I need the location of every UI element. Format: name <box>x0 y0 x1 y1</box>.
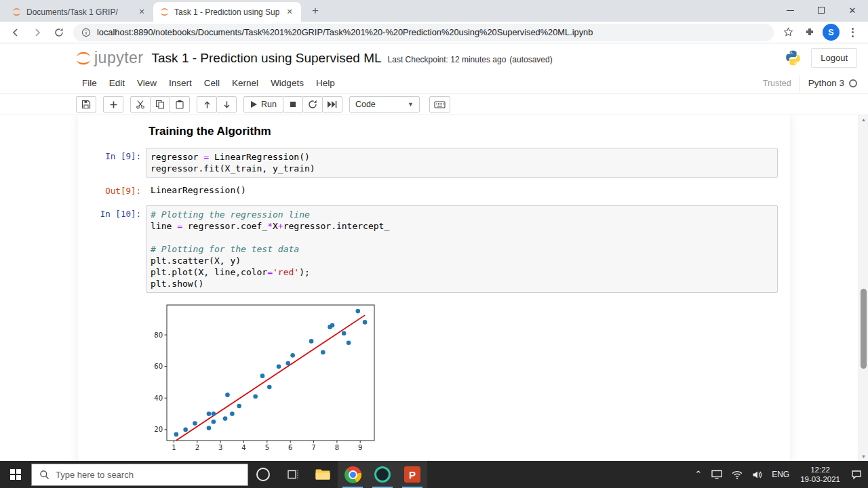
tab-close-icon[interactable]: ✕ <box>136 7 147 18</box>
volume-tray-icon[interactable] <box>747 461 767 488</box>
wifi-tray-icon[interactable] <box>727 461 747 488</box>
jupyter-header: jupyter Task 1 - Prediction using Superv… <box>0 43 868 73</box>
info-icon[interactable] <box>81 28 91 37</box>
extension-icon[interactable] <box>801 24 818 41</box>
cortana-button[interactable] <box>248 461 278 488</box>
clock-date: 19-03-2021 <box>800 474 840 484</box>
jupyter-menubar: FileEditViewInsertCellKernelWidgetsHelp … <box>0 73 868 94</box>
chrome-taskbar-button[interactable] <box>338 461 368 488</box>
cell-type-value: Code <box>355 100 376 109</box>
menu-cell[interactable]: Cell <box>198 74 226 92</box>
new-tab-button[interactable]: + <box>307 2 324 20</box>
reload-icon[interactable] <box>50 24 68 41</box>
powerpoint-button[interactable]: P <box>397 461 427 488</box>
profile-avatar[interactable]: S <box>823 24 840 41</box>
code-editor[interactable]: regressor = LinearRegression()regressor.… <box>146 148 778 178</box>
screen-recorder-button[interactable] <box>368 461 397 488</box>
menu-help[interactable]: Help <box>310 74 341 92</box>
chrome-icon <box>344 466 361 483</box>
code-line: # Plotting the regression line <box>151 209 773 220</box>
plot-output-area: 12345678920406080 <box>78 301 790 460</box>
scatter-plot: 12345678920406080 <box>149 301 379 457</box>
scrollbar-thumb[interactable] <box>861 289 867 369</box>
file-explorer-button[interactable] <box>308 461 338 488</box>
code-editor[interactable]: # Plotting the regression lineline = reg… <box>146 205 778 293</box>
hidden-icons-chevron[interactable]: ⌃ <box>690 460 707 487</box>
menu-kernel[interactable]: Kernel <box>226 74 264 92</box>
markdown-heading: Training the Algorithm <box>149 125 778 138</box>
scrollbar-up-icon[interactable]: ▲ <box>859 115 868 124</box>
menu-view[interactable]: View <box>131 74 163 92</box>
chevron-down-icon: ▼ <box>408 101 414 108</box>
command-palette-button[interactable] <box>429 96 450 113</box>
cut-cell-button[interactable] <box>130 96 151 113</box>
run-label: Run <box>261 100 277 109</box>
forward-icon[interactable] <box>28 24 46 41</box>
scrollbar-down-icon[interactable]: ▼ <box>859 452 868 461</box>
window-controls: ✕ <box>774 0 868 22</box>
tab-notebook[interactable]: Task 1 - Prediction using Superv ✕ <box>153 2 301 22</box>
svg-text:2: 2 <box>195 444 199 451</box>
code-line: plt.scatter(X, y) <box>151 255 773 266</box>
output-text: LinearRegression() <box>146 182 778 195</box>
menu-widgets[interactable]: Widgets <box>264 74 310 92</box>
back-icon[interactable] <box>7 24 24 41</box>
python-logo-icon <box>785 49 802 66</box>
tab-close-icon[interactable]: ✕ <box>284 7 295 18</box>
restart-kernel-button[interactable] <box>302 96 323 113</box>
code-line <box>151 232 773 243</box>
save-button[interactable] <box>76 96 96 113</box>
move-cell-up-button[interactable] <box>197 96 217 113</box>
folder-icon <box>315 468 331 481</box>
paste-cell-button[interactable] <box>170 96 190 113</box>
browser-menu-icon[interactable] <box>844 24 861 41</box>
search-input[interactable] <box>56 470 218 480</box>
menu-file[interactable]: File <box>76 74 103 92</box>
action-center-button[interactable] <box>846 461 867 488</box>
code-line: plt.show() <box>151 278 773 289</box>
taskbar-clock[interactable]: 12:22 19-03-2021 <box>794 465 846 484</box>
start-button[interactable] <box>0 461 31 488</box>
recorder-icon <box>374 466 391 483</box>
task-view-button[interactable] <box>278 461 308 488</box>
language-indicator[interactable]: ENG <box>767 461 794 488</box>
search-icon <box>39 470 50 480</box>
tab-title: Task 1 - Prediction using Superv <box>174 7 279 17</box>
cell-type-dropdown[interactable]: Code ▼ <box>349 96 420 113</box>
svg-text:1: 1 <box>172 444 176 451</box>
copy-cell-button[interactable] <box>150 96 170 113</box>
bookmark-star-icon[interactable] <box>779 24 797 41</box>
windows-taskbar: P ⌃ ENG 12:22 19-03-2021 <box>0 461 868 488</box>
menu-edit[interactable]: Edit <box>103 74 131 92</box>
svg-text:40: 40 <box>154 394 163 402</box>
code-line: plt.plot(X, line,color='red'); <box>151 266 773 278</box>
kernel-idle-icon <box>849 79 857 87</box>
jupyter-logo-icon <box>75 49 92 67</box>
taskbar-search[interactable] <box>31 464 248 486</box>
tab-documents[interactable]: Documents/Task 1 GRIP/ ✕ <box>5 2 153 22</box>
display-tray-icon[interactable] <box>707 461 727 488</box>
interrupt-kernel-button[interactable] <box>283 96 303 113</box>
code-line: # Plotting for the test data <box>151 243 773 255</box>
move-cell-down-button[interactable] <box>216 96 237 113</box>
clock-time: 12:22 <box>810 465 830 474</box>
menu-insert[interactable]: Insert <box>163 74 198 92</box>
powerpoint-icon: P <box>404 466 420 483</box>
add-cell-button[interactable] <box>103 96 123 113</box>
svg-text:5: 5 <box>265 444 269 451</box>
output-area-out9: Out[9]: LinearRegression() <box>78 182 790 196</box>
notebook-scroll-area: Training the Algorithm In [9]: regressor… <box>0 115 868 461</box>
trusted-badge[interactable]: Trusted <box>755 75 800 92</box>
jupyter-logo[interactable]: jupyter <box>75 49 144 67</box>
logout-button[interactable]: Logout <box>811 48 857 68</box>
window-minimize-button[interactable] <box>774 0 806 20</box>
screen: Documents/Task 1 GRIP/ ✕ Task 1 - Predic… <box>0 0 868 488</box>
url-bar[interactable]: localhost:8890/notebooks/Documents/Task%… <box>73 24 774 41</box>
window-close-button[interactable]: ✕ <box>837 0 868 20</box>
run-button[interactable]: Run <box>243 96 283 113</box>
window-maximize-button[interactable] <box>806 0 837 20</box>
browser-tab-strip: Documents/Task 1 GRIP/ ✕ Task 1 - Predic… <box>0 0 868 22</box>
restart-run-all-button[interactable] <box>322 96 342 113</box>
checkpoint-status: Last Checkpoint: 12 minutes ago <box>388 52 507 64</box>
notebook-title[interactable]: Task 1 - Prediction using Supervised ML <box>152 51 382 66</box>
